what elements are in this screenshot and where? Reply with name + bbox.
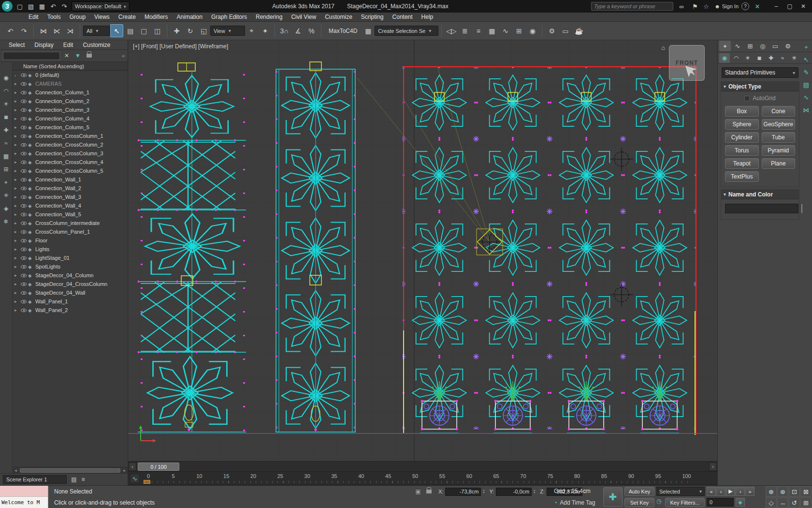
close-button[interactable]: ✕ — [797, 0, 810, 12]
current-frame-field[interactable]: 0 — [707, 498, 734, 507]
scene-explorer-row[interactable]: StageDecor_04_Wall — [13, 288, 128, 297]
selection-region-button[interactable]: ▢ — [137, 24, 150, 37]
redo-button[interactable]: ↷ — [17, 24, 30, 37]
scene-explorer-row[interactable]: Connection_Wall_5 — [13, 210, 128, 219]
menu-group[interactable]: Group — [65, 13, 90, 22]
previous-frame-arrow[interactable]: ‹ — [129, 463, 136, 471]
filter-xrefs-icon[interactable]: ⊞ — [2, 165, 11, 174]
window-crossing-toggle[interactable]: ◫ — [151, 24, 164, 37]
redo-icon[interactable]: ↷ — [59, 1, 70, 12]
visibility-eye-icon[interactable] — [21, 108, 27, 112]
search-binoculars-icon[interactable]: ∞ — [676, 1, 687, 12]
previous-frame-button[interactable]: ‹ — [716, 487, 725, 496]
workspace-dropdown[interactable]: Workspace: Default — [72, 1, 130, 11]
scene-explorer-row[interactable]: Connection_Wall_3 — [13, 193, 128, 201]
category-systems[interactable]: ✳ — [789, 53, 799, 63]
stage-wall-wireframe[interactable] — [357, 66, 696, 435]
scene-explorer-row[interactable]: Connection_Wall_4 — [13, 201, 128, 210]
sphere-button[interactable]: Sphere — [725, 119, 759, 130]
visibility-eye-icon[interactable] — [21, 74, 27, 77]
explorer-sort-header[interactable]: Name (Sorted Ascending) — [13, 62, 128, 71]
visibility-eye-icon[interactable] — [21, 143, 27, 147]
expand-arrow-icon[interactable] — [14, 273, 19, 278]
visibility-eye-icon[interactable] — [21, 169, 27, 173]
menu-edit[interactable]: Edit — [24, 13, 43, 22]
explorer-menu-customize[interactable]: Customize — [78, 42, 115, 48]
visibility-eye-icon[interactable] — [21, 204, 27, 208]
zoom-region-icon[interactable]: ⊠ — [800, 486, 812, 497]
menu-rendering[interactable]: Rendering — [251, 13, 287, 22]
visibility-eye-icon[interactable] — [21, 126, 27, 129]
explorer-menu-edit[interactable]: Edit — [58, 42, 78, 48]
help-icon[interactable]: ? — [741, 2, 749, 10]
expand-arrow-icon[interactable] — [14, 203, 19, 208]
tab-create[interactable]: + — [719, 41, 731, 51]
play-button[interactable]: ▶ — [726, 487, 735, 496]
autogrid-checkbox[interactable] — [744, 96, 750, 101]
filter-lights-icon[interactable]: ☀ — [2, 100, 11, 108]
schematic-view-button[interactable]: ⊞ — [512, 24, 525, 37]
add-time-tag-button[interactable]: ◔ Add Time Tag — [554, 498, 595, 507]
communication-center-icon[interactable]: ⚑ — [690, 1, 700, 12]
rail-link-icon[interactable]: ⋈ — [802, 105, 811, 114]
percent-snap-toggle[interactable]: % — [305, 24, 318, 37]
visibility-eye-icon[interactable] — [21, 256, 27, 260]
expand-arrow-icon[interactable] — [14, 116, 19, 121]
tab-modify[interactable]: ∿ — [732, 41, 743, 51]
sign-in-button[interactable]: ☻ Sign In — [714, 3, 739, 9]
menu-modifiers[interactable]: Modifiers — [140, 13, 173, 22]
filter-particles-icon[interactable]: ✳ — [2, 191, 11, 200]
auto-key-button[interactable]: Auto Key — [624, 487, 654, 496]
tab-hierarchy[interactable]: ⊞ — [744, 41, 756, 51]
new-scene-icon[interactable]: ▢ — [14, 1, 25, 12]
explorer-layers-icon[interactable]: ▤ — [70, 475, 78, 484]
visibility-eye-icon[interactable] — [21, 82, 27, 86]
visibility-eye-icon[interactable] — [21, 222, 27, 225]
scene-explorer-row[interactable]: Connection_CrossColumn_1 — [13, 132, 128, 140]
visibility-eye-icon[interactable] — [21, 213, 27, 216]
explorer-menu-display[interactable]: Display — [29, 42, 58, 48]
mini-curve-editor-button[interactable]: ∿ — [130, 474, 140, 483]
scene-explorer-row[interactable]: 0 (default) — [13, 71, 128, 79]
name-color-rollout-header[interactable]: Name and Color — [721, 190, 799, 199]
scene-explorer-row[interactable]: Connection_Column_4 — [13, 114, 128, 123]
angle-snap-toggle[interactable]: ∡ — [291, 24, 304, 37]
menu-views[interactable]: Views — [90, 13, 114, 22]
maximize-viewport-icon[interactable]: ⊞ — [800, 497, 812, 508]
expand-arrow-icon[interactable] — [14, 81, 19, 86]
torus-button[interactable]: Torus — [725, 145, 759, 156]
visibility-eye-icon[interactable] — [21, 300, 27, 303]
3ds-max-logo-icon[interactable]: 3 — [2, 1, 13, 12]
scroll-right-icon[interactable]: ▸ — [121, 467, 128, 473]
menu-content[interactable]: Content — [388, 13, 417, 22]
edit-named-selections-button[interactable]: ▦ — [362, 24, 375, 37]
visibility-eye-icon[interactable] — [21, 283, 27, 286]
scene-explorer-row[interactable]: CAMERAS — [13, 79, 128, 88]
menu-customize[interactable]: Customize — [320, 13, 357, 22]
primitive-category-dropdown[interactable]: Standard Primitives — [722, 67, 798, 78]
filter-frozen-icon[interactable]: ❄ — [2, 217, 11, 226]
visibility-eye-icon[interactable] — [21, 239, 27, 242]
scene-explorer-row[interactable]: CrossColumn_intermediate — [13, 219, 128, 227]
render-setup-button[interactable]: ⚙ — [545, 24, 558, 37]
geosphere-button[interactable]: GeoSphere — [762, 119, 796, 130]
expand-arrow-icon[interactable] — [14, 125, 19, 130]
visibility-eye-icon[interactable] — [21, 291, 27, 295]
viewcube-home-icon[interactable]: ⌂ — [661, 44, 665, 51]
expand-arrow-icon[interactable] — [14, 194, 19, 199]
visibility-eye-icon[interactable] — [21, 100, 27, 103]
menu-civil-view[interactable]: Civil View — [287, 13, 320, 22]
reference-coordinate-dropdown[interactable]: View — [210, 26, 245, 36]
select-and-move-button[interactable]: ✚ — [170, 24, 183, 37]
rail-layers-icon[interactable]: ▤ — [802, 80, 811, 89]
category-geometry[interactable]: ◉ — [719, 53, 730, 63]
visibility-eye-icon[interactable] — [21, 309, 27, 312]
clear-search-icon[interactable]: ✕ — [62, 51, 71, 60]
filter-cameras-icon[interactable]: ◙ — [2, 113, 11, 121]
category-shapes[interactable]: ◠ — [731, 53, 741, 63]
filter-helpers-icon[interactable]: ✚ — [2, 126, 11, 134]
category-spacewarps[interactable]: ≈ — [777, 53, 788, 63]
pan-icon[interactable]: ↔ — [777, 497, 788, 508]
expand-arrow-icon[interactable] — [14, 282, 19, 286]
expand-arrow-icon[interactable] — [14, 134, 19, 138]
